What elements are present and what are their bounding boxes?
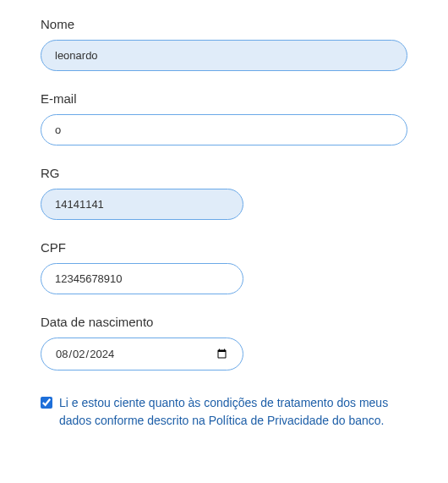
rg-input[interactable]	[41, 189, 243, 220]
cpf-input[interactable]	[41, 263, 243, 294]
consent-text: Li e estou ciente quanto às condições de…	[59, 394, 407, 430]
rg-label: RG	[41, 166, 407, 180]
email-input[interactable]	[41, 114, 407, 145]
nome-label: Nome	[41, 17, 407, 31]
dob-input[interactable]	[41, 338, 243, 370]
cpf-label: CPF	[41, 240, 407, 255]
dob-label: Data de nascimento	[41, 315, 407, 329]
consent-checkbox[interactable]	[41, 397, 52, 409]
email-label: E-mail	[41, 91, 407, 106]
nome-input[interactable]	[41, 40, 407, 71]
